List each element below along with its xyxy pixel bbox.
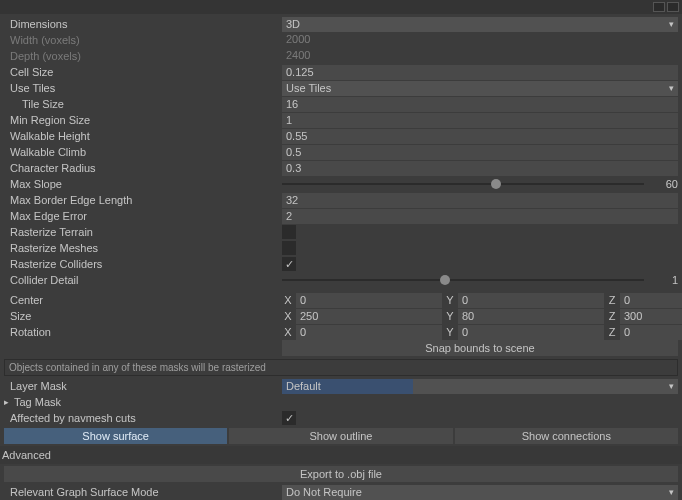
axis-y-label: Y (444, 310, 456, 322)
rasterizeterrain-checkbox[interactable] (282, 225, 296, 239)
size-z-input[interactable] (620, 309, 682, 324)
tilesize-input[interactable] (282, 97, 678, 112)
axis-y-label: Y (444, 294, 456, 306)
tagmask-foldout[interactable]: ▸ Tag Mask (4, 394, 678, 410)
graphsurfacemode-dropdown[interactable]: Do Not Require (282, 485, 678, 500)
colliderdetail-slider[interactable] (282, 273, 644, 287)
maxedgeerror-label: Max Edge Error (4, 210, 282, 222)
depth-value: 2400 (282, 49, 678, 64)
walkableclimb-label: Walkable Climb (4, 146, 282, 158)
axis-x-label: X (282, 310, 294, 322)
cellsize-label: Cell Size (4, 66, 282, 78)
rasterizeterrain-label: Rasterize Terrain (4, 226, 282, 238)
usetiles-label: Use Tiles (4, 82, 282, 94)
size-label: Size (4, 310, 282, 322)
rotation-label: Rotation (4, 326, 282, 338)
window-icon[interactable] (667, 2, 679, 12)
colliderdetail-value: 1 (650, 274, 678, 286)
rotation-x-input[interactable] (296, 325, 442, 340)
minregionsize-input[interactable] (282, 113, 678, 128)
export-obj-button[interactable]: Export to .obj file (4, 466, 678, 482)
dimensions-dropdown[interactable]: 3D (282, 17, 678, 32)
rotation-y-input[interactable] (458, 325, 604, 340)
size-y-input[interactable] (458, 309, 604, 324)
maxslope-slider[interactable] (282, 177, 644, 191)
chevron-right-icon: ▸ (4, 397, 14, 407)
minregionsize-label: Min Region Size (4, 114, 282, 126)
layermask-dropdown[interactable]: Default (282, 379, 678, 394)
maxedgeerror-input[interactable] (282, 209, 678, 224)
center-y-input[interactable] (458, 293, 604, 308)
axis-y-label: Y (444, 326, 456, 338)
axis-x-label: X (282, 294, 294, 306)
layermask-label: Layer Mask (4, 380, 282, 392)
walkableheight-input[interactable] (282, 129, 678, 144)
center-z-input[interactable] (620, 293, 682, 308)
show-connections-button[interactable]: Show connections (455, 428, 678, 444)
rasterizecolliders-label: Rasterize Colliders (4, 258, 282, 270)
maxslope-value: 60 (650, 178, 678, 190)
walkableclimb-input[interactable] (282, 145, 678, 160)
axis-z-label: Z (606, 310, 618, 322)
width-label: Width (voxels) (4, 34, 282, 46)
characterradius-input[interactable] (282, 161, 678, 176)
axis-x-label: X (282, 326, 294, 338)
show-surface-button[interactable]: Show surface (4, 428, 227, 444)
cellsize-input[interactable] (282, 65, 678, 80)
walkableheight-label: Walkable Height (4, 130, 282, 142)
rasterizemeshes-checkbox[interactable] (282, 241, 296, 255)
window-icon[interactable] (653, 2, 665, 12)
width-value: 2000 (282, 33, 678, 48)
axis-z-label: Z (606, 294, 618, 306)
center-label: Center (4, 294, 282, 306)
rotation-z-input[interactable] (620, 325, 682, 340)
maxborderedge-input[interactable] (282, 193, 678, 208)
characterradius-label: Character Radius (4, 162, 282, 174)
size-x-input[interactable] (296, 309, 442, 324)
colliderdetail-label: Collider Detail (4, 274, 282, 286)
depth-label: Depth (voxels) (4, 50, 282, 62)
snap-bounds-button[interactable]: Snap bounds to scene (282, 340, 678, 356)
affectednavmesh-label: Affected by navmesh cuts (4, 412, 282, 424)
tilesize-label: Tile Size (4, 98, 282, 110)
maxslope-label: Max Slope (4, 178, 282, 190)
axis-z-label: Z (606, 326, 618, 338)
rasterizecolliders-checkbox[interactable] (282, 257, 296, 271)
tagmask-label: Tag Mask (14, 396, 61, 408)
graphsurfacemode-label: Relevant Graph Surface Mode (4, 486, 282, 498)
usetiles-dropdown[interactable]: Use Tiles (282, 81, 678, 96)
affectednavmesh-checkbox[interactable] (282, 411, 296, 425)
center-x-input[interactable] (296, 293, 442, 308)
rasterizemeshes-label: Rasterize Meshes (4, 242, 282, 254)
dimensions-label: Dimensions (4, 18, 282, 30)
mask-note: Objects contained in any of these masks … (4, 359, 678, 376)
advanced-header[interactable]: Advanced (0, 446, 682, 464)
maxborderedge-label: Max Border Edge Length (4, 194, 282, 206)
panel-title-bar (0, 0, 682, 14)
show-outline-button[interactable]: Show outline (229, 428, 452, 444)
